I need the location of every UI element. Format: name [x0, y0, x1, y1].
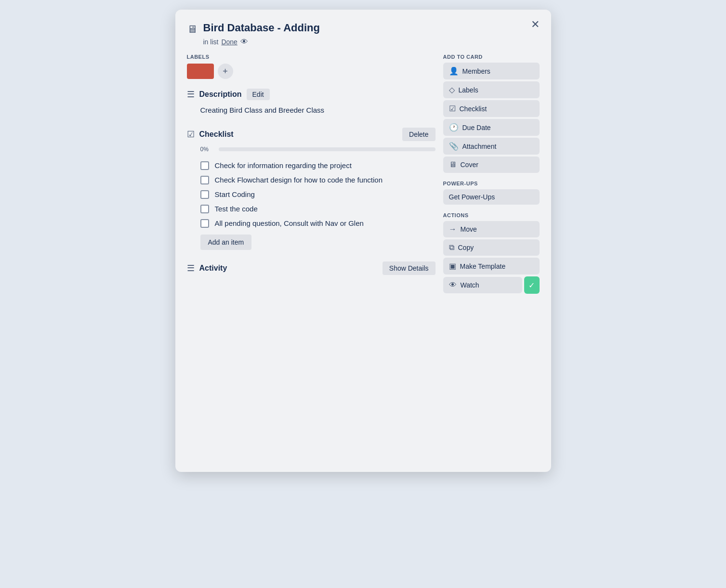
main-content: LABELS + ☰ Description Edit Creating Bir…: [187, 54, 540, 460]
labels-heading: LABELS: [187, 54, 436, 60]
labels-button[interactable]: ◇ Labels: [443, 81, 540, 98]
power-ups-heading: POWER-UPS: [443, 181, 540, 186]
checkbox-5[interactable]: [200, 219, 209, 228]
labels-label: Labels: [459, 86, 478, 94]
get-power-ups-button[interactable]: Get Power-Ups: [443, 189, 540, 205]
cover-button[interactable]: 🖥 Cover: [443, 157, 540, 173]
watch-row: 👁 Watch ✓: [443, 276, 540, 294]
left-column: LABELS + ☰ Description Edit Creating Bir…: [187, 54, 436, 460]
checklist-item: Check for information regarding the proj…: [187, 158, 436, 173]
item-text-2: Check Flowchart design for how to code t…: [215, 176, 383, 184]
checklist-add-label: Checklist: [460, 105, 487, 113]
activity-header: ☰ Activity Show Details: [187, 261, 436, 275]
watch-icon-inline[interactable]: 👁: [240, 38, 248, 46]
in-list-row: in list Done 👁: [203, 38, 540, 46]
due-date-label: Due Date: [462, 124, 491, 131]
checklist-item: Start Coding: [187, 187, 436, 202]
checkbox-1[interactable]: [200, 161, 209, 170]
activity-icon: ☰: [187, 263, 195, 274]
make-template-label: Make Template: [460, 262, 506, 270]
attachment-button[interactable]: 📎 Attachment: [443, 138, 540, 155]
description-icon: ☰: [187, 89, 195, 100]
actions-heading: ACTIONS: [443, 212, 540, 218]
progress-bar-bg: [219, 147, 436, 151]
move-label: Move: [461, 225, 477, 233]
checklist-add-button[interactable]: ☑ Checklist: [443, 100, 540, 117]
watch-button[interactable]: 👁 Watch: [443, 277, 522, 293]
move-button[interactable]: → Move: [443, 221, 540, 237]
watch-label: Watch: [461, 281, 479, 289]
checklist-header: ☑ Checklist Delete: [187, 128, 436, 141]
watch-check-button[interactable]: ✓: [524, 276, 540, 294]
due-date-button[interactable]: 🕐 Due Date: [443, 119, 540, 136]
add-to-card-heading: ADD TO CARD: [443, 54, 540, 60]
checklist-section: ☑ Checklist Delete 0% Check for informat…: [187, 128, 436, 250]
members-button[interactable]: 👤 Members: [443, 63, 540, 79]
get-power-ups-label: Get Power-Ups: [449, 193, 495, 201]
labels-row: +: [187, 64, 436, 79]
checkbox-2[interactable]: [200, 176, 209, 184]
checklist-items: Check for information regarding the proj…: [187, 158, 436, 231]
make-template-button[interactable]: ▣ Make Template: [443, 258, 540, 274]
right-column: ADD TO CARD 👤 Members ◇ Labels ☑ Checkli…: [443, 54, 540, 460]
move-icon: →: [449, 225, 457, 234]
checkbox-3[interactable]: [200, 190, 209, 199]
cover-icon: 🖥: [449, 160, 457, 169]
card-modal: ✕ 🖥 Bird Database - Adding in list Done …: [175, 10, 551, 472]
add-label-button[interactable]: +: [218, 64, 233, 79]
show-details-button[interactable]: Show Details: [383, 261, 436, 275]
modal-header: 🖥 Bird Database - Adding: [187, 21, 540, 36]
description-text: Creating Bird Class and Breeder Class: [200, 105, 436, 116]
labels-icon: ◇: [449, 85, 455, 94]
activity-section: ☰ Activity Show Details: [187, 261, 436, 275]
description-title: Description: [199, 90, 242, 99]
checklist-item: Test the code: [187, 202, 436, 216]
checklist-delete-button[interactable]: Delete: [402, 128, 435, 141]
watch-icon: 👁: [449, 281, 457, 289]
make-template-icon: ▣: [449, 261, 456, 271]
item-text-1: Check for information regarding the proj…: [215, 161, 352, 170]
watch-checkmark-icon: ✓: [528, 281, 535, 290]
description-header: ☰ Description Edit: [187, 89, 436, 100]
add-item-button[interactable]: Add an item: [200, 235, 252, 250]
item-text-3: Start Coding: [215, 190, 255, 198]
labels-section: LABELS +: [187, 54, 436, 79]
item-text-4: Test the code: [215, 205, 258, 213]
checklist-icon: ☑: [187, 129, 195, 140]
copy-button[interactable]: ⧉ Copy: [443, 239, 540, 256]
members-icon: 👤: [449, 66, 459, 76]
checkbox-4[interactable]: [200, 205, 209, 213]
label-chip-red[interactable]: [187, 64, 214, 79]
copy-label: Copy: [458, 244, 474, 251]
close-button[interactable]: ✕: [527, 17, 543, 32]
list-name-link[interactable]: Done: [221, 38, 237, 46]
description-section: ☰ Description Edit Creating Bird Class a…: [187, 89, 436, 116]
activity-title: Activity: [199, 264, 227, 273]
checklist-item: All pending question, Consult with Nav o…: [187, 216, 436, 231]
progress-percentage: 0%: [200, 146, 214, 153]
cover-label: Cover: [461, 161, 478, 169]
due-date-icon: 🕐: [449, 123, 459, 132]
checklist-title-area: ☑ Checklist: [187, 129, 398, 140]
members-label: Members: [462, 67, 490, 75]
copy-icon: ⧉: [449, 243, 454, 252]
description-edit-button[interactable]: Edit: [247, 89, 270, 100]
progress-row: 0%: [200, 146, 436, 153]
card-icon: 🖥: [187, 23, 198, 36]
checklist-item: Check Flowchart design for how to code t…: [187, 173, 436, 187]
checklist-title: Checklist: [199, 130, 234, 139]
checklist-add-icon: ☑: [449, 104, 456, 113]
card-title: Bird Database - Adding: [203, 21, 320, 35]
item-text-5: All pending question, Consult with Nav o…: [215, 219, 364, 227]
attachment-icon: 📎: [449, 142, 459, 151]
in-list-label: in list: [203, 38, 219, 46]
attachment-label: Attachment: [462, 143, 497, 150]
